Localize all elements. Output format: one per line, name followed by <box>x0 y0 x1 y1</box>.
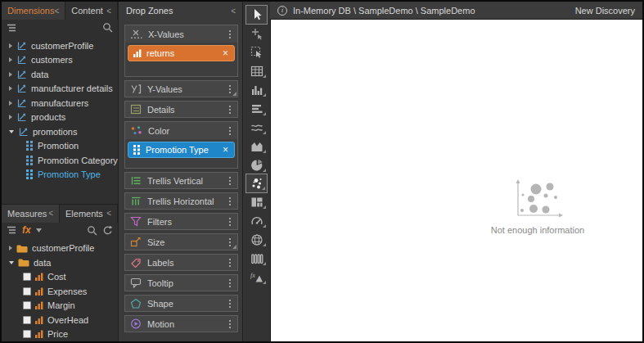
chip-returns[interactable]: returns × <box>128 45 235 61</box>
chip-remove-icon[interactable]: × <box>221 47 230 59</box>
zone-menu-button[interactable] <box>223 102 236 116</box>
tool-lasso-select[interactable] <box>245 43 268 61</box>
tool-gauge[interactable] <box>245 211 268 230</box>
tree-item-products[interactable]: products <box>2 111 118 125</box>
dimensions-toolbar <box>2 20 118 35</box>
tree-item-promotion[interactable]: Promotion <box>2 139 118 154</box>
hierarchy-icon <box>18 127 29 137</box>
tool-pie-chart[interactable] <box>245 156 268 174</box>
tool-matrix[interactable] <box>245 249 268 268</box>
tree-item-promotion-type[interactable]: Promotion Type <box>2 168 118 183</box>
visualization-canvas[interactable]: Not enough information <box>270 20 642 341</box>
tool-scatter-chart[interactable] <box>245 174 268 193</box>
measure-checkbox[interactable] <box>23 316 31 324</box>
resize-handle[interactable] <box>232 245 236 249</box>
tool-treemap[interactable] <box>245 192 268 211</box>
resize-handle[interactable] <box>232 92 236 96</box>
collapse-caret-icon[interactable] <box>9 130 14 133</box>
zone-motion[interactable]: Motion <box>124 315 238 332</box>
zone-filters[interactable]: Filters <box>124 213 238 230</box>
measure-checkbox[interactable] <box>23 287 31 296</box>
info-icon[interactable]: i <box>277 6 287 16</box>
tool-add-point[interactable] <box>245 24 268 43</box>
discovery-header: i In-Memory DB \ SampleDemo \ SampleDemo… <box>270 2 642 20</box>
expand-caret-icon[interactable] <box>9 72 12 77</box>
measure-checkbox[interactable] <box>23 273 31 281</box>
expand-caret-icon[interactable] <box>9 115 12 120</box>
tool-map-globe[interactable] <box>245 230 268 249</box>
chip-remove-icon[interactable]: × <box>221 144 230 156</box>
tool-area-chart[interactable] <box>245 137 268 156</box>
measure-checkbox[interactable] <box>23 301 31 309</box>
empty-message: Not enough information <box>480 225 595 235</box>
zone-menu-button[interactable] <box>223 276 236 290</box>
zone-menu-button[interactable] <box>223 124 236 138</box>
measure-item-overhead[interactable]: OverHead <box>2 313 118 327</box>
tool-pointer[interactable] <box>245 5 268 25</box>
tool-column-chart[interactable] <box>245 80 268 99</box>
expand-caret-icon[interactable] <box>9 246 12 250</box>
formula-fx-button[interactable]: fx <box>22 225 31 235</box>
zone-size[interactable]: Size <box>124 233 238 250</box>
measure-item-price[interactable]: Price <box>2 327 118 342</box>
measures-tree: customerProfile data Cost Expenses <box>2 238 118 342</box>
tree-item-manufacturer-details[interactable]: manufacturer details <box>2 82 118 97</box>
collapse-caret-icon[interactable] <box>9 261 14 264</box>
zone-labels[interactable]: Labels <box>124 254 238 271</box>
tab-elements[interactable]: Elements < <box>60 205 118 223</box>
tool-grid[interactable] <box>245 61 268 80</box>
collapse-left-icon[interactable]: < <box>48 209 53 218</box>
zone-menu-button[interactable] <box>223 296 236 310</box>
drop-zones-title: Drop Zones <box>126 6 173 16</box>
expand-caret-icon[interactable] <box>9 101 12 106</box>
zone-menu-button[interactable] <box>223 174 236 187</box>
expand-caret-icon[interactable] <box>9 86 12 91</box>
expand-caret-icon[interactable] <box>9 43 12 48</box>
fx-dropdown-caret-icon[interactable] <box>36 228 42 232</box>
tree-view-icon[interactable] <box>7 225 17 235</box>
measure-item-expenses[interactable]: Expenses <box>2 284 118 299</box>
expand-caret-icon[interactable] <box>9 57 12 62</box>
zone-menu-button[interactable] <box>223 194 236 208</box>
tree-view-icon[interactable] <box>7 23 17 33</box>
tree-item-manufacturers[interactable]: manufacturers <box>2 96 118 111</box>
tool-bar-chart[interactable] <box>245 99 268 118</box>
search-icon[interactable] <box>102 22 113 33</box>
zone-shape[interactable]: Shape <box>124 295 238 312</box>
refresh-icon[interactable] <box>102 225 113 236</box>
collapse-left-icon[interactable]: < <box>106 7 111 16</box>
tree-item-promotion-category[interactable]: Promotion Category <box>2 153 118 168</box>
search-icon[interactable] <box>87 225 97 236</box>
tab-dimensions[interactable]: Dimensions < <box>2 2 65 20</box>
collapse-left-icon[interactable]: < <box>231 7 236 16</box>
tab-measures[interactable]: Measures < <box>2 205 60 223</box>
measure-item-cost[interactable]: Cost <box>2 270 118 285</box>
zone-details[interactable]: Details <box>124 101 238 118</box>
zone-x-values[interactable]: X-Values returns × <box>124 25 238 77</box>
tree-item-customers[interactable]: customers <box>2 53 118 68</box>
zone-color[interactable]: Color Promotion Type × <box>124 121 238 169</box>
zone-trellis-horizontal[interactable]: Trellis Horizontal <box>124 192 238 210</box>
zone-menu-button[interactable] <box>223 255 236 269</box>
tree-item-promotions[interactable]: promotions <box>2 124 118 139</box>
chip-promotion-type[interactable]: Promotion Type × <box>128 142 235 158</box>
measure-checkbox[interactable] <box>23 330 31 338</box>
zone-menu-button[interactable] <box>223 317 236 331</box>
folder-data[interactable]: data <box>2 255 118 270</box>
tool-line-chart[interactable] <box>245 118 268 137</box>
folder-customerprofile[interactable]: customerProfile <box>2 241 118 256</box>
measure-item-margin[interactable]: Margin <box>2 299 118 314</box>
tree-item-data[interactable]: data <box>2 67 118 82</box>
zone-trellis-vertical[interactable]: Trellis Vertical <box>124 172 238 189</box>
collapse-left-icon[interactable]: < <box>106 209 111 218</box>
tab-content[interactable]: Content < <box>65 2 118 20</box>
measures-toolbar: fx <box>2 223 118 238</box>
tooltip-bubble-icon <box>130 278 142 288</box>
collapse-left-icon[interactable]: < <box>54 7 59 16</box>
zone-menu-button[interactable] <box>223 214 236 228</box>
zone-y-values[interactable]: Y-Values <box>124 80 238 97</box>
zone-tooltip[interactable]: Tooltip <box>124 274 238 291</box>
tool-custom-chart[interactable]: fx <box>245 268 268 287</box>
zone-menu-button[interactable] <box>223 27 236 41</box>
tree-item-customerprofile[interactable]: customerProfile <box>2 38 118 53</box>
